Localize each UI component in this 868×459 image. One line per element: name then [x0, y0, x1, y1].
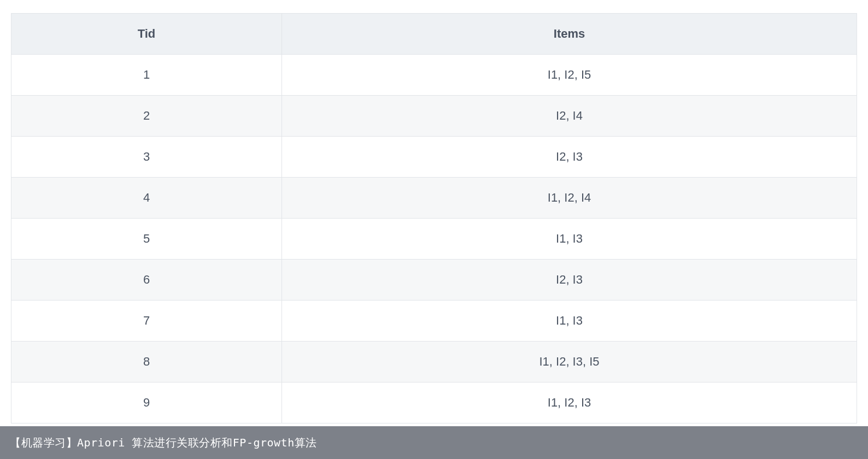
cell-tid: 4 — [11, 178, 282, 219]
caption-text: 【机器学习】Apriori 算法进行关联分析和FP-growth算法 — [10, 436, 317, 450]
table-row: 8 I1, I2, I3, I5 — [11, 342, 857, 382]
table-row: 2 I2, I4 — [11, 96, 857, 137]
table-row: 4 I1, I2, I4 — [11, 178, 857, 219]
cell-items: I1, I2, I5 — [282, 55, 857, 96]
header-items: Items — [282, 14, 857, 55]
table-container: Tid Items 1 I1, I2, I5 2 I2, I4 3 I2, I3… — [0, 0, 868, 423]
cell-tid: 3 — [11, 137, 282, 178]
cell-items: I2, I3 — [282, 137, 857, 178]
table-row: 6 I2, I3 — [11, 260, 857, 301]
table-row: 1 I1, I2, I5 — [11, 55, 857, 96]
header-tid: Tid — [11, 14, 282, 55]
cell-items: I1, I3 — [282, 219, 857, 260]
cell-items: I2, I4 — [282, 96, 857, 137]
table-row: 9 I1, I2, I3 — [11, 382, 857, 423]
cell-tid: 2 — [11, 96, 282, 137]
caption-bar: 【机器学习】Apriori 算法进行关联分析和FP-growth算法 — [0, 426, 868, 459]
transaction-table: Tid Items 1 I1, I2, I5 2 I2, I4 3 I2, I3… — [11, 13, 857, 423]
cell-tid: 6 — [11, 260, 282, 301]
cell-tid: 9 — [11, 382, 282, 423]
cell-items: I2, I3 — [282, 260, 857, 301]
table-row: 5 I1, I3 — [11, 219, 857, 260]
cell-tid: 8 — [11, 342, 282, 382]
cell-items: I1, I2, I3 — [282, 382, 857, 423]
table-header-row: Tid Items — [11, 14, 857, 55]
cell-tid: 5 — [11, 219, 282, 260]
cell-tid: 1 — [11, 55, 282, 96]
cell-items: I1, I3 — [282, 301, 857, 342]
table-row: 3 I2, I3 — [11, 137, 857, 178]
cell-tid: 7 — [11, 301, 282, 342]
cell-items: I1, I2, I4 — [282, 178, 857, 219]
cell-items: I1, I2, I3, I5 — [282, 342, 857, 382]
table-row: 7 I1, I3 — [11, 301, 857, 342]
